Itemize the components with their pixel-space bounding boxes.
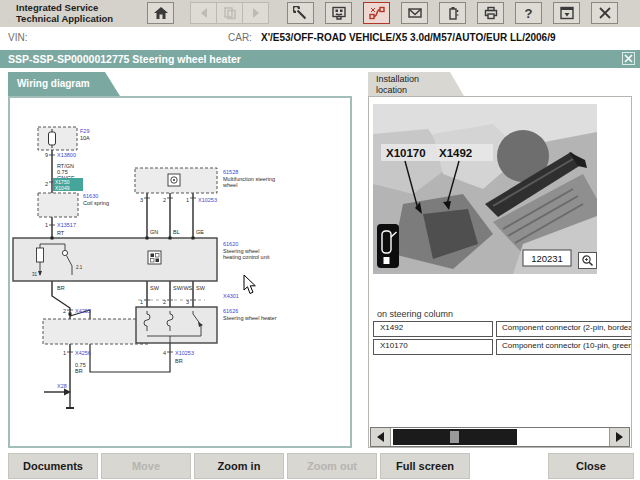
wire-label: BR: [175, 358, 183, 364]
full-screen-button[interactable]: Full screen: [380, 453, 470, 479]
scroll-right-button[interactable]: [609, 428, 629, 446]
pin-number: 1: [186, 197, 189, 203]
steering-wheel-heater-box: [136, 307, 217, 343]
car-label: CAR:: [228, 32, 252, 43]
measuring-devices-button[interactable]: [325, 2, 352, 24]
tab-installation-label1: Installation: [376, 74, 419, 84]
wire-label: SW/WS: [173, 285, 193, 291]
close-button[interactable]: Close: [548, 453, 634, 479]
photo-label-x10170: X10170: [386, 147, 426, 159]
forward-icon: [248, 6, 264, 20]
app-title-line1: Integrated Service: [16, 2, 98, 13]
close-icon: [624, 54, 633, 63]
control-unit-name-line2: heating control unit: [223, 254, 270, 260]
forward-button: [242, 2, 269, 24]
wiring-diagram-graphic: F29 10A 9 X13800 RT/GN 0.75 GN/GE 2 X175…: [10, 98, 350, 446]
pin-number: 3: [186, 299, 189, 305]
print-button[interactable]: [477, 2, 504, 24]
main-toolbar: Integrated ServiceTechnical Application: [0, 0, 640, 28]
scroll-left-button[interactable]: [371, 428, 391, 446]
connector-link[interactable]: X13517: [57, 222, 76, 228]
scroll-right-icon: [616, 432, 623, 442]
horizontal-scrollbar[interactable]: [370, 427, 630, 447]
scroll-left-icon: [377, 432, 384, 442]
ground-link[interactable]: X28: [57, 383, 67, 389]
documents-button[interactable]: Documents: [8, 453, 98, 479]
connector-link[interactable]: X10253: [198, 197, 217, 203]
wire-label: GN: [150, 229, 158, 235]
tab-installation-location[interactable]: Installationlocation: [368, 72, 464, 96]
table-row[interactable]: X1492 Component connector (2-pin, bordea…: [373, 321, 632, 337]
connector-link[interactable]: X4255: [75, 308, 91, 314]
selected-link-highlight[interactable]: X1750 X1049: [53, 178, 83, 191]
document-close-button[interactable]: [622, 52, 635, 65]
home-icon: [153, 6, 169, 20]
coil-spring-box-2: [43, 319, 148, 344]
connector-link[interactable]: X4256: [75, 350, 91, 356]
fuse-rating: 10A: [80, 135, 90, 141]
messages-button[interactable]: [401, 2, 428, 24]
service-functions-button[interactable]: [287, 2, 314, 24]
photo-label-x1492: X1492: [439, 147, 472, 159]
connection-status-button[interactable]: [363, 2, 390, 24]
battery-icon: [445, 6, 461, 20]
tab-installation-label2: location: [376, 85, 407, 95]
connector-description: Component connector (2-pin, bordeaux: [496, 321, 632, 337]
document-title: SSP-SSP-SP0000012775 Steering wheel heat…: [8, 53, 241, 65]
zoom-in-button[interactable]: Zoom in: [194, 453, 284, 479]
window-minimize-icon: [559, 6, 575, 20]
heater-link[interactable]: 61626: [223, 308, 238, 314]
pin-number: 3: [140, 197, 143, 203]
mail-icon: [407, 6, 423, 20]
installation-caption: on steering column: [377, 309, 453, 319]
exit-button[interactable]: [591, 2, 618, 24]
battery-status-button[interactable]: [439, 2, 466, 24]
connector-code: X1492: [373, 321, 493, 337]
scrollbar-track[interactable]: [391, 428, 609, 446]
pin-number: 1: [140, 299, 143, 305]
car-value: X'/E53/OFF-ROAD VEHICLE/X5 3.0d/M57/AUTO…: [261, 32, 556, 43]
minimize-button[interactable]: [553, 2, 580, 24]
app-title-line2: Technical Application: [16, 13, 113, 24]
coil-spring-name: Coil spring: [83, 200, 109, 206]
help-icon: ?: [525, 7, 533, 20]
connector-link[interactable]: X4301: [223, 293, 239, 299]
fuse-box: [38, 127, 77, 150]
vehicle-bar: VIN: CAR: X'/E53/OFF-ROAD VEHICLE/X5 3.0…: [0, 27, 640, 49]
tab-wiring-label: Wiring diagram: [17, 78, 90, 89]
fuse-link[interactable]: F29: [80, 128, 89, 134]
wire-label: SW: [150, 285, 160, 291]
connector-code: X10170: [373, 339, 493, 355]
mfsw-link[interactable]: 61528: [223, 169, 238, 175]
tab-wiring-diagram[interactable]: Wiring diagram: [8, 72, 120, 96]
coil-spring-box-1: [38, 193, 78, 217]
pin-number: 4: [163, 350, 166, 356]
car-door-pictogram-icon: [377, 224, 399, 268]
pin-number: 2: [163, 299, 166, 305]
installation-location-panel: X10170 X1492 120231: [368, 96, 632, 448]
home-button[interactable]: [147, 2, 174, 24]
app-title: Integrated ServiceTechnical Application: [16, 2, 113, 24]
wire-label: GE: [196, 229, 204, 235]
connector-table: X1492 Component connector (2-pin, bordea…: [373, 321, 632, 357]
internal-label: 31: [32, 272, 38, 277]
wiring-diagram-panel[interactable]: F29 10A 9 X13800 RT/GN 0.75 GN/GE 2 X175…: [8, 96, 352, 448]
control-unit-link[interactable]: 61620: [223, 241, 238, 247]
connector-link[interactable]: X13800: [57, 152, 76, 158]
help-button[interactable]: ?: [515, 2, 542, 24]
pin-number: 1: [63, 350, 66, 356]
table-row[interactable]: X10170 Component connector (10-pin, gree…: [373, 339, 632, 355]
photo-id-box: 120231: [523, 250, 571, 266]
scrollbar-thumb[interactable]: [393, 429, 517, 445]
wire-label: BR: [57, 285, 65, 291]
connector-link[interactable]: X10253: [175, 350, 194, 356]
internal-label: 2.1: [76, 265, 83, 270]
photo-zoom-button[interactable]: [578, 252, 597, 269]
selected-link-line2: X1049: [55, 185, 70, 191]
wrench-icon: [293, 6, 309, 20]
installation-photo[interactable]: X10170 X1492 120231: [373, 104, 597, 274]
wire-label: RT: [57, 230, 65, 236]
coil-spring-link[interactable]: 61630: [83, 193, 98, 199]
wire-label: SW: [196, 285, 206, 291]
magnifier-icon: [581, 254, 594, 267]
